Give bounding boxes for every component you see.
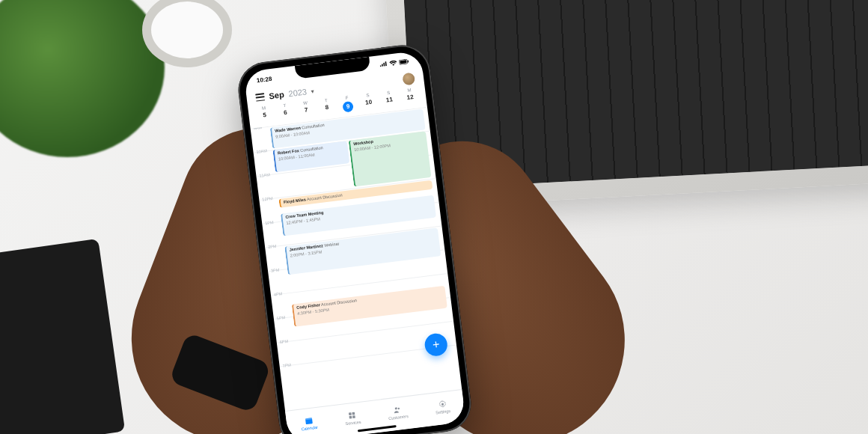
event-workshop[interactable]: Workshop 10:00AM - 12:00PM xyxy=(349,131,432,186)
avatar[interactable] xyxy=(402,73,415,86)
background-notebook xyxy=(0,239,125,434)
day-cell[interactable]: M12 xyxy=(400,85,421,107)
settings-icon xyxy=(437,400,447,409)
svg-rect-5 xyxy=(349,412,352,415)
status-icons xyxy=(379,58,410,69)
hour-label: 12PM xyxy=(262,196,273,202)
header-year: 2023 xyxy=(288,87,308,98)
services-icon xyxy=(347,410,357,420)
timeline[interactable]: 9AM 10AM 11AM 12PM 1PM 2PM 3PM 4PM 5PM 6… xyxy=(251,107,462,411)
svg-rect-2 xyxy=(408,60,409,62)
tab-settings[interactable]: Settings xyxy=(434,399,450,415)
tab-customers[interactable]: Customers xyxy=(387,404,409,421)
day-cell[interactable]: T8 xyxy=(316,96,337,117)
svg-rect-1 xyxy=(400,60,406,64)
svg-rect-8 xyxy=(352,415,355,418)
hour-label: 5PM xyxy=(276,315,285,320)
customers-icon xyxy=(393,405,403,415)
hour-label: 7PM xyxy=(282,363,291,368)
day-cell[interactable]: S11 xyxy=(379,88,400,109)
day-cell[interactable]: S10 xyxy=(358,91,379,112)
menu-icon[interactable] xyxy=(255,93,265,101)
tab-calendar[interactable]: Calendar xyxy=(300,415,318,432)
svg-rect-7 xyxy=(349,416,352,419)
battery-icon xyxy=(399,58,410,67)
day-cell[interactable]: W7 xyxy=(296,98,317,120)
background-mug xyxy=(142,0,232,67)
calendar-icon xyxy=(304,416,314,426)
plus-icon: + xyxy=(432,337,440,352)
svg-point-10 xyxy=(398,408,400,410)
hour-label: 11AM xyxy=(259,172,270,178)
hour-label: 10AM xyxy=(256,148,267,154)
hour-label: 6PM xyxy=(279,339,288,344)
day-cell[interactable]: M5 xyxy=(254,103,275,125)
day-cell[interactable]: T6 xyxy=(275,100,296,122)
hour-label: 1PM xyxy=(265,220,274,225)
background-plant xyxy=(0,0,165,157)
tab-services[interactable]: Services xyxy=(344,410,361,426)
header-month[interactable]: Sep xyxy=(269,90,284,100)
hour-label: 2PM xyxy=(268,244,277,249)
signal-icon xyxy=(379,61,388,68)
hour-label: 3PM xyxy=(271,268,280,273)
day-cell-active[interactable]: F9 xyxy=(337,93,358,114)
status-time: 10:28 xyxy=(256,75,272,83)
phone-screen: 10:28 Sep 2023 ▾ xyxy=(243,50,465,434)
wifi-icon xyxy=(389,60,397,67)
svg-point-11 xyxy=(441,403,443,406)
chevron-down-icon[interactable]: ▾ xyxy=(311,88,314,94)
svg-point-9 xyxy=(395,407,397,409)
svg-rect-6 xyxy=(352,412,355,415)
hour-label: 4PM xyxy=(274,291,283,296)
